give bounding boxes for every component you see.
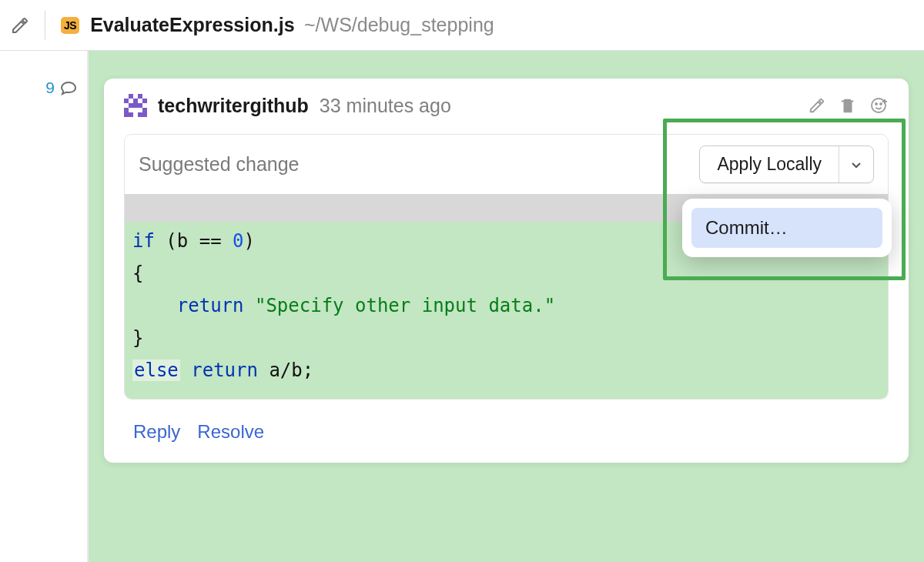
diff-content: techwritergithub 33 minutes ago Sug — [89, 51, 924, 562]
apply-dropdown-menu: Commit… — [682, 199, 892, 257]
code-text: } — [132, 327, 143, 349]
divider — [45, 11, 45, 40]
comment-actions — [808, 96, 889, 115]
code-kw: if — [132, 230, 155, 252]
suggested-change-header: Suggested change Apply Locally — [125, 135, 888, 194]
file-title: EvaluateExpression.js ~/WS/debug_steppin… — [90, 14, 494, 36]
comment-header: techwritergithub 33 minutes ago — [124, 94, 889, 117]
comment-icon[interactable] — [59, 79, 78, 95]
main-area: 9 techwritergithub 33 minutes ago — [0, 51, 924, 562]
comment-author: techwritergithub — [158, 95, 309, 117]
resolve-link[interactable]: Resolve — [197, 421, 264, 443]
avatar — [124, 94, 147, 117]
code-text: a/b; — [258, 360, 313, 381]
code-kw: return — [132, 295, 244, 316]
file-header: JS EvaluateExpression.js ~/WS/debug_step… — [0, 0, 924, 51]
code-text: ) — [244, 230, 255, 252]
svg-point-1 — [875, 103, 877, 105]
file-type-badge: JS — [61, 17, 79, 34]
add-reaction-icon[interactable] — [870, 96, 889, 115]
filepath: ~/WS/debug_stepping — [304, 14, 494, 35]
gutter: 9 — [0, 51, 89, 562]
comment-footer-actions: Reply Resolve — [124, 421, 889, 443]
svg-point-0 — [872, 99, 886, 112]
delete-comment-icon[interactable] — [839, 97, 856, 114]
code-kw: return — [191, 360, 258, 381]
review-comment-card: techwritergithub 33 minutes ago Sug — [104, 79, 909, 463]
svg-point-2 — [880, 103, 882, 105]
code-text: (b == — [155, 230, 233, 252]
reply-link[interactable]: Reply — [133, 421, 180, 443]
edit-comment-icon[interactable] — [808, 97, 825, 114]
filename: EvaluateExpression.js — [90, 14, 294, 35]
suggested-change-title: Suggested change — [139, 153, 300, 176]
apply-locally-button[interactable]: Apply Locally — [699, 146, 874, 183]
edit-icon[interactable] — [11, 16, 29, 35]
code-num: 0 — [233, 230, 243, 252]
chevron-down-icon[interactable] — [839, 146, 873, 182]
suggested-change-block: Suggested change Apply Locally if (b == … — [124, 134, 889, 400]
line-number: 9 — [45, 79, 55, 97]
comment-timestamp: 33 minutes ago — [320, 95, 451, 117]
commit-menu-item[interactable]: Commit… — [691, 208, 882, 248]
apply-locally-label[interactable]: Apply Locally — [700, 146, 839, 182]
code-string: "Specify other input data." — [244, 295, 556, 316]
code-kw: else — [134, 360, 179, 381]
code-text: { — [132, 263, 143, 284]
